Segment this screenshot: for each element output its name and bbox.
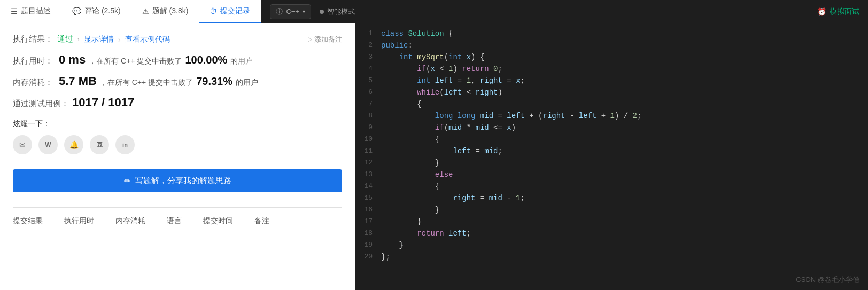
separator: › — [118, 35, 121, 44]
linkedin-button[interactable]: in — [115, 135, 135, 154]
smart-mode-label: 智能模式 — [327, 7, 355, 17]
mem-stat-pct: 79.31% — [196, 75, 232, 88]
code-line: 10 { — [355, 134, 868, 145]
editor-header: ⓘ C++ ▾ 智能模式 ⏰ 模拟面试 — [261, 0, 868, 23]
line-content: long long mid = left + (right - left + 1… — [381, 110, 868, 122]
time-stat-label: 执行用时： — [13, 56, 56, 66]
mem-stat-desc: ，在所有 C++ 提交中击败了 — [100, 78, 193, 88]
line-number: 11 — [355, 145, 381, 157]
line-number: 5 — [355, 75, 381, 87]
tab-solutions-label: 题解 (3.8k) — [152, 6, 189, 16]
line-content: right = mid - 1; — [381, 192, 868, 204]
code-line: 8 long long mid = left + (right - left +… — [355, 110, 868, 122]
line-content: int left = 1, right = x; — [381, 75, 868, 87]
line-content: } — [381, 157, 868, 169]
testcase-label: 通过测试用例： — [13, 99, 69, 109]
line-number: 10 — [355, 134, 381, 145]
smart-mode[interactable]: 智能模式 — [320, 7, 355, 17]
code-line: 7 { — [355, 98, 868, 110]
col-memory: 内存消耗 — [115, 216, 145, 226]
line-content: if(x < 1) return 0; — [381, 63, 868, 75]
col-result: 提交结果 — [13, 216, 43, 226]
write-solution-button[interactable]: ✏ 写题解，分享我的解题思路 — [13, 169, 342, 192]
write-icon: ✏ — [124, 176, 131, 186]
qq-button[interactable]: 🔔 — [64, 135, 83, 154]
tab-bar: ☰ 题目描述 💬 评论 (2.5k) ⚠ 题解 (3.8k) ⏱ 提交记录 ⓘ … — [0, 0, 868, 23]
line-content: if(mid * mid <= x) — [381, 122, 868, 134]
col-note: 备注 — [254, 216, 269, 226]
tab-submissions[interactable]: ⏱ 提交记录 — [199, 0, 261, 23]
code-line: 17 } — [355, 216, 868, 228]
line-number: 4 — [355, 63, 381, 75]
line-content: else — [381, 169, 868, 181]
line-number: 18 — [355, 228, 381, 239]
description-icon: ☰ — [11, 7, 18, 15]
submissions-icon: ⏱ — [210, 7, 217, 15]
show-detail-link[interactable]: 显示详情 — [84, 35, 114, 44]
line-content: } — [381, 239, 868, 251]
line-number: 7 — [355, 98, 381, 110]
col-language: 语言 — [167, 216, 182, 226]
comments-icon: 💬 — [72, 7, 81, 15]
line-content: { — [381, 98, 868, 110]
line-number: 17 — [355, 216, 381, 228]
exec-label: 执行结果： — [13, 34, 53, 44]
time-stat-desc: ，在所有 C++ 提交中击败了 — [89, 57, 182, 66]
view-example-link[interactable]: 查看示例代码 — [125, 35, 170, 44]
tab-solutions[interactable]: ⚠ 题解 (3.8k) — [131, 0, 199, 23]
code-editor-panel: 1class Solution {2public:3 int mySqrt(in… — [355, 23, 868, 290]
line-number: 12 — [355, 157, 381, 169]
add-note-button[interactable]: ▷ 添加备注 — [308, 35, 342, 44]
line-content: { — [381, 134, 868, 145]
time-stat-value: 0 ms — [59, 53, 86, 67]
code-line: 19 } — [355, 239, 868, 251]
tab-comments-label: 评论 (2.5k) — [84, 6, 121, 16]
line-content: int mySqrt(int x) { — [381, 51, 868, 63]
line-content: return left; — [381, 228, 868, 239]
weibo-icon: W — [45, 141, 51, 148]
code-line: 11 left = mid; — [355, 145, 868, 157]
code-line: 2public: — [355, 40, 868, 51]
solutions-icon: ⚠ — [142, 7, 149, 15]
code-line: 4 if(x < 1) return 0; — [355, 63, 868, 75]
code-line: 14 { — [355, 181, 868, 192]
mem-stat-value: 5.7 MB — [59, 74, 97, 88]
weibo-button[interactable]: W — [38, 135, 58, 154]
write-solution-label: 写题解，分享我的解题思路 — [135, 176, 231, 186]
time-stat-unit: 的用户 — [230, 57, 253, 66]
line-number: 2 — [355, 40, 381, 51]
mem-stat-unit: 的用户 — [236, 78, 258, 88]
language-selector[interactable]: ⓘ C++ ▾ — [270, 4, 311, 19]
line-number: 14 — [355, 181, 381, 192]
pass-status: 通过 — [57, 34, 73, 44]
code-line: 6 while(left < right) — [355, 87, 868, 98]
clock-icon: ⏰ — [817, 7, 826, 16]
line-number: 16 — [355, 204, 381, 216]
watermark: CSDN @卷毛小学僧 — [796, 275, 859, 285]
code-line: 9 if(mid * mid <= x) — [355, 122, 868, 134]
code-line: 1class Solution { — [355, 28, 868, 40]
douban-button[interactable]: 豆 — [90, 135, 109, 154]
code-editor[interactable]: 1class Solution {2public:3 int mySqrt(in… — [355, 23, 868, 290]
line-number: 19 — [355, 239, 381, 251]
wechat-button[interactable]: ✉ — [13, 135, 32, 154]
tab-description[interactable]: ☰ 题目描述 — [0, 0, 61, 23]
tab-comments[interactable]: 💬 评论 (2.5k) — [61, 0, 131, 23]
col-time: 执行用时 — [64, 216, 94, 226]
mock-interview-button[interactable]: ⏰ 模拟面试 — [817, 7, 859, 17]
line-number: 20 — [355, 251, 381, 263]
tab-submissions-label: 提交记录 — [220, 6, 250, 16]
arrow-icon: › — [78, 36, 80, 43]
info-icon: ⓘ — [276, 7, 283, 17]
testcase-row: 通过测试用例： 1017 / 1017 — [13, 96, 342, 109]
smart-dot-icon — [320, 10, 324, 14]
douban-icon: 豆 — [97, 141, 103, 149]
code-line: 18 return left; — [355, 228, 868, 239]
time-stat-row: 执行用时： 0 ms ，在所有 C++ 提交中击败了 100.00% 的用户 — [13, 53, 342, 67]
line-content: while(left < right) — [381, 87, 868, 98]
code-line: 12 } — [355, 157, 868, 169]
mem-stat-label: 内存消耗： — [13, 77, 56, 88]
line-number: 6 — [355, 87, 381, 98]
code-line: 20}; — [355, 251, 868, 263]
qq-icon: 🔔 — [69, 140, 79, 149]
